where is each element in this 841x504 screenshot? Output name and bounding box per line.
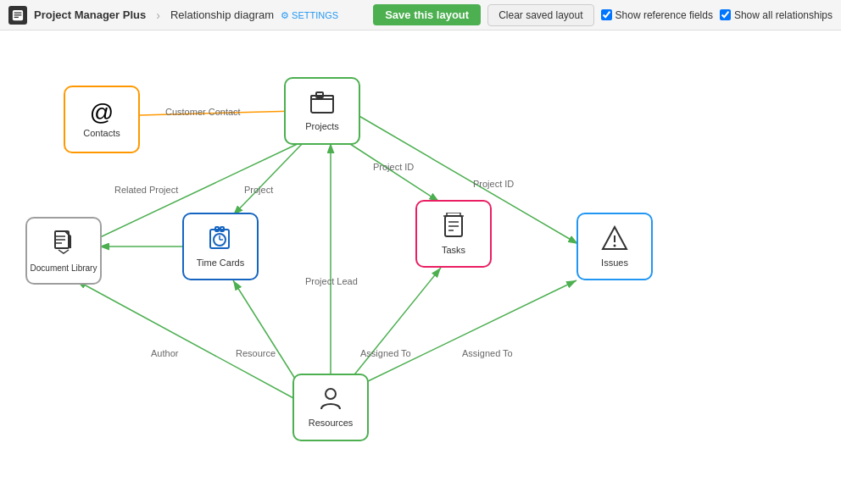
- svg-rect-3: [14, 16, 19, 17]
- svg-line-6: [140, 111, 297, 115]
- svg-point-36: [614, 245, 616, 247]
- node-tasks[interactable]: Tasks: [415, 200, 492, 268]
- svg-rect-2: [14, 14, 22, 15]
- diagram-area: Customer Contact Related Project Project…: [0, 30, 841, 504]
- app-title: Project Manager Plus: [34, 8, 146, 21]
- node-issues[interactable]: Issues: [576, 213, 653, 280]
- show-reference-fields-checkbox[interactable]: Show reference fields: [601, 9, 713, 21]
- svg-line-13: [76, 280, 295, 399]
- edge-label-assigned-to-tasks: Assigned To: [360, 348, 411, 358]
- svg-point-37: [326, 389, 336, 399]
- gear-icon: ⚙: [281, 10, 289, 20]
- svg-line-15: [352, 268, 441, 378]
- edge-label-related-project: Related Project: [114, 185, 178, 195]
- edge-label-project: Project: [244, 185, 273, 195]
- node-document-library[interactable]: Document Library: [25, 217, 102, 285]
- time-cards-icon: [208, 225, 233, 254]
- show-all-relationships-checkbox[interactable]: Show all relationships: [720, 9, 833, 21]
- tasks-label: Tasks: [442, 245, 465, 255]
- issues-label: Issues: [601, 258, 628, 268]
- breadcrumb-separator: ›: [156, 8, 160, 22]
- svg-line-9: [233, 142, 304, 215]
- resources-label: Resources: [309, 418, 354, 428]
- edge-label-project-lead: Project Lead: [305, 276, 358, 286]
- edge-label-resource: Resource: [236, 348, 276, 358]
- clear-layout-button[interactable]: Clear saved layout: [487, 4, 593, 26]
- save-layout-button[interactable]: Save this layout: [373, 4, 481, 25]
- app-logo: [8, 6, 27, 25]
- header: Project Manager Plus › Relationship diag…: [0, 0, 841, 30]
- svg-rect-1: [14, 12, 22, 13]
- contacts-label: Contacts: [83, 128, 120, 138]
- document-library-label: Document Library: [31, 263, 97, 273]
- time-cards-label: Time Cards: [197, 258, 244, 268]
- edge-label-project-id-issues: Project ID: [473, 179, 514, 189]
- settings-link[interactable]: ⚙ SETTINGS: [281, 10, 338, 21]
- edge-label-project-id-tasks: Project ID: [373, 162, 414, 172]
- resources-icon: [318, 387, 343, 414]
- svg-line-10: [348, 142, 439, 202]
- edge-label-assigned-to-issues: Assigned To: [462, 348, 513, 358]
- node-resources[interactable]: Resources: [292, 374, 369, 441]
- tasks-icon: [442, 213, 465, 241]
- edge-label-author: Author: [151, 348, 178, 358]
- node-contacts[interactable]: @ Contacts: [64, 86, 140, 153]
- document-library-icon: [52, 230, 75, 260]
- node-projects[interactable]: Projects: [284, 77, 360, 145]
- projects-label: Projects: [305, 121, 339, 131]
- edge-label-customer-contact: Customer Contact: [165, 107, 241, 117]
- contacts-icon: @: [90, 101, 114, 125]
- projects-icon: [309, 91, 335, 118]
- svg-line-16: [366, 280, 576, 382]
- page-title: Relationship diagram: [170, 8, 274, 21]
- node-time-cards[interactable]: Time Cards: [182, 213, 259, 280]
- issues-icon: [601, 225, 628, 254]
